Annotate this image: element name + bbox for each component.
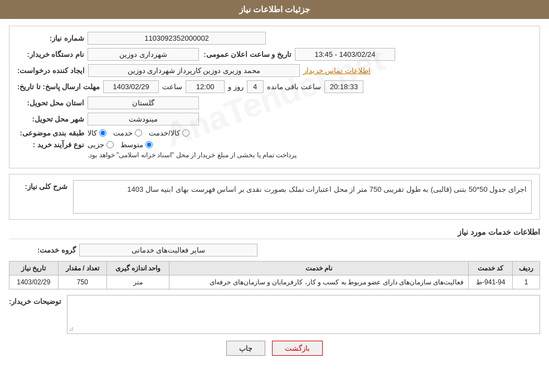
footer-buttons: بازگشت چاپ [9,334,540,362]
deadline-label: مهلت ارسال پاسخ: تا تاریخ: [17,83,100,91]
resize-handle: ⊿ [69,325,74,332]
deadline-day-label: روز و [228,83,244,91]
process-label: نوع فرآیند خرید : [17,141,84,149]
description-box: اجرای جدول 50*50 بتنی (قالبی) به طول تقر… [73,180,532,214]
cell-row: 1 [513,275,540,289]
col-header-qty: تعداد / مقدار [58,262,106,275]
description-label: شرح کلی نیاز: [17,180,67,191]
col-header-date: تاریخ نیاز [9,262,59,275]
col-header-row: ردیف [513,262,540,275]
category-option-service[interactable]: خدمت [113,129,142,137]
process-option-minor[interactable]: جزیی [88,141,114,149]
process-radio-group: متوسط جزیی [88,141,153,149]
col-header-code: کد خدمت [469,262,513,275]
deadline-remaining: 20:18:33 [324,80,363,93]
deadline-days: 4 [247,80,264,93]
category-radio-group: کالا/خدمت خدمت کالا [88,129,190,137]
province-value: گلستان [88,96,199,109]
creator-label: ایجاد کننده درخواست: [17,66,85,75]
process-note: پرداخت تمام یا بخشی از مبلغ خریدار از مح… [88,151,297,159]
col-header-name: نام خدمت [169,262,469,275]
deadline-time: 12:00 [186,80,225,93]
buyer-comments-box: ⊿ [67,295,540,334]
process-option-medium[interactable]: متوسط [120,141,153,149]
buyer-comments-label: توضیحات خریدار: [9,295,61,306]
service-group-label: گروه خدمت: [9,246,76,254]
province-label: استان محل تحویل: [17,99,84,107]
city-label: شهر محل تحویل: [17,115,84,123]
print-button[interactable]: چاپ [226,341,265,356]
cell-name: فعالیت‌های سازمان‌های دارای عضو مربوط به… [169,275,469,289]
city-value: مینودشت [88,113,199,125]
buyer-org-value: شهرداری دوزین [88,48,199,61]
need-number-value: 1103092352000002 [88,32,266,45]
deadline-date: 1403/02/29 [103,80,159,93]
table-row: 1 941-94-ط فعالیت‌های سازمان‌های دارای ع… [9,275,540,289]
announce-date-label: تاریخ و ساعت اعلان عمومی: [202,50,291,59]
buyer-org-label: نام دستگاه خریدار: [17,50,84,59]
service-group-value: سایر فعالیت‌های خدماتی [79,244,258,257]
category-option-goods-service[interactable]: کالا/خدمت [149,129,190,137]
service-section-title: اطلاعات خدمات مورد نیاز [9,225,540,239]
contact-link[interactable]: اطلاعات تماس خریدار [303,66,371,75]
back-button[interactable]: بازگشت [272,341,323,356]
page-title: جزئیات اطلاعات نیاز [0,0,549,19]
cell-code: 941-94-ط [469,275,513,289]
deadline-time-label: ساعت [162,83,182,91]
cell-unit: متر [107,275,169,289]
category-option-goods[interactable]: کالا [88,129,106,137]
deadline-remaining-label: ساعت باقی مانده [267,83,321,91]
category-label: طبقه بندی موضوعی: [17,129,84,137]
creator-value: محمد وزیری دوزین کارپرداز شهرداری دوزین [88,64,300,77]
cell-date: 1403/02/29 [9,275,59,289]
col-header-unit: واحد اندازه گیری [107,262,169,275]
cell-qty: 750 [58,275,106,289]
service-table: ردیف کد خدمت نام خدمت واحد اندازه گیری ت… [9,261,540,289]
announce-date-value: 1403/02/24 - 13:45 [295,48,395,61]
need-number-label: شماره نیاز: [17,34,84,42]
